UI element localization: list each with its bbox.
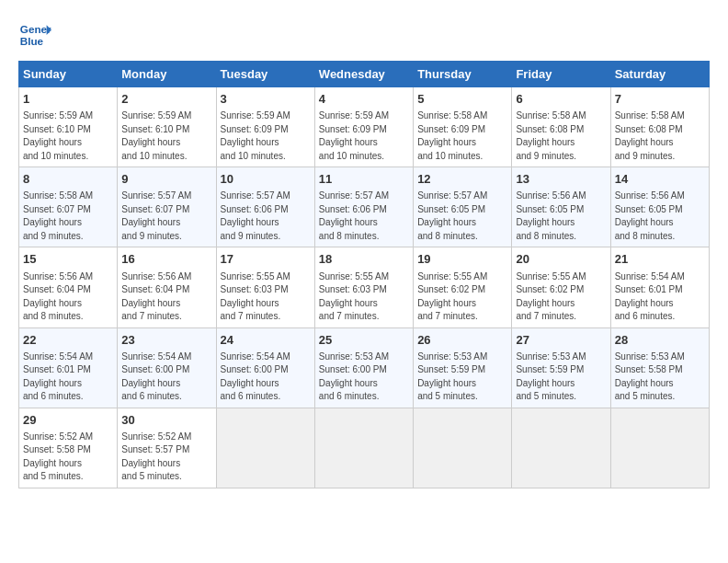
logo-icon: General Blue	[18, 18, 51, 52]
weekday-header-monday: Monday	[118, 62, 216, 87]
day-info: Sunrise: 5:58 AM Sunset: 6:08 PM Dayligh…	[615, 109, 705, 163]
day-number: 16	[121, 251, 211, 268]
day-number: 3	[221, 91, 311, 108]
day-info: Sunrise: 5:54 AM Sunset: 6:00 PM Dayligh…	[221, 350, 311, 404]
calendar-cell	[314, 408, 413, 488]
day-number: 8	[23, 171, 113, 188]
day-info: Sunrise: 5:53 AM Sunset: 5:58 PM Dayligh…	[615, 350, 705, 404]
calendar-cell: 30 Sunrise: 5:52 AM Sunset: 5:57 PM Dayl…	[118, 408, 216, 488]
logo: General Blue	[18, 18, 55, 52]
calendar-cell	[216, 408, 314, 488]
day-info: Sunrise: 5:56 AM Sunset: 6:04 PM Dayligh…	[23, 270, 113, 324]
day-number: 13	[516, 171, 606, 188]
calendar-cell: 24 Sunrise: 5:54 AM Sunset: 6:00 PM Dayl…	[216, 327, 314, 408]
day-info: Sunrise: 5:55 AM Sunset: 6:03 PM Dayligh…	[319, 270, 409, 324]
calendar-cell: 25 Sunrise: 5:53 AM Sunset: 6:00 PM Dayl…	[314, 327, 413, 408]
day-info: Sunrise: 5:59 AM Sunset: 6:10 PM Dayligh…	[23, 109, 113, 163]
day-number: 4	[319, 91, 409, 108]
calendar-cell: 5 Sunrise: 5:58 AM Sunset: 6:09 PM Dayli…	[414, 87, 512, 167]
calendar-cell: 15 Sunrise: 5:56 AM Sunset: 6:04 PM Dayl…	[19, 247, 118, 327]
day-info: Sunrise: 5:56 AM Sunset: 6:05 PM Dayligh…	[615, 190, 705, 243]
day-info: Sunrise: 5:52 AM Sunset: 5:57 PM Dayligh…	[121, 431, 211, 484]
day-info: Sunrise: 5:57 AM Sunset: 6:07 PM Dayligh…	[121, 190, 211, 243]
calendar-cell: 9 Sunrise: 5:57 AM Sunset: 6:07 PM Dayli…	[118, 167, 216, 247]
calendar-cell: 12 Sunrise: 5:57 AM Sunset: 6:05 PM Dayl…	[414, 167, 512, 247]
weekday-header-thursday: Thursday	[414, 62, 512, 87]
weekday-header-saturday: Saturday	[610, 62, 709, 87]
day-number: 26	[417, 332, 507, 349]
calendar-cell: 8 Sunrise: 5:58 AM Sunset: 6:07 PM Dayli…	[19, 167, 118, 247]
day-number: 23	[121, 332, 211, 349]
calendar-cell: 13 Sunrise: 5:56 AM Sunset: 6:05 PM Dayl…	[512, 167, 610, 247]
calendar-cell: 4 Sunrise: 5:59 AM Sunset: 6:09 PM Dayli…	[314, 87, 413, 167]
day-info: Sunrise: 5:57 AM Sunset: 6:06 PM Dayligh…	[319, 190, 409, 243]
weekday-header-tuesday: Tuesday	[216, 62, 314, 87]
day-number: 2	[121, 91, 211, 108]
day-info: Sunrise: 5:58 AM Sunset: 6:07 PM Dayligh…	[23, 190, 113, 243]
day-info: Sunrise: 5:59 AM Sunset: 6:09 PM Dayligh…	[221, 109, 311, 163]
day-number: 7	[615, 91, 705, 108]
calendar-cell: 28 Sunrise: 5:53 AM Sunset: 5:58 PM Dayl…	[610, 327, 709, 408]
day-number: 12	[417, 171, 507, 188]
day-info: Sunrise: 5:59 AM Sunset: 6:09 PM Dayligh…	[319, 109, 409, 163]
calendar-cell: 16 Sunrise: 5:56 AM Sunset: 6:04 PM Dayl…	[118, 247, 216, 327]
day-info: Sunrise: 5:53 AM Sunset: 5:59 PM Dayligh…	[516, 350, 606, 404]
day-info: Sunrise: 5:52 AM Sunset: 5:58 PM Dayligh…	[23, 431, 113, 484]
calendar-cell: 29 Sunrise: 5:52 AM Sunset: 5:58 PM Dayl…	[19, 408, 118, 488]
calendar-table: SundayMondayTuesdayWednesdayThursdayFrid…	[18, 61, 710, 488]
day-info: Sunrise: 5:58 AM Sunset: 6:08 PM Dayligh…	[516, 109, 606, 163]
day-number: 29	[23, 412, 113, 429]
day-info: Sunrise: 5:54 AM Sunset: 6:01 PM Dayligh…	[615, 270, 705, 324]
calendar-cell: 7 Sunrise: 5:58 AM Sunset: 6:08 PM Dayli…	[610, 87, 709, 167]
calendar-cell: 2 Sunrise: 5:59 AM Sunset: 6:10 PM Dayli…	[118, 87, 216, 167]
day-info: Sunrise: 5:59 AM Sunset: 6:10 PM Dayligh…	[121, 109, 211, 163]
calendar-cell: 27 Sunrise: 5:53 AM Sunset: 5:59 PM Dayl…	[512, 327, 610, 408]
calendar-cell	[610, 408, 709, 488]
calendar-cell: 11 Sunrise: 5:57 AM Sunset: 6:06 PM Dayl…	[314, 167, 413, 247]
day-info: Sunrise: 5:56 AM Sunset: 6:05 PM Dayligh…	[516, 190, 606, 243]
day-number: 30	[121, 412, 211, 429]
calendar-cell: 14 Sunrise: 5:56 AM Sunset: 6:05 PM Dayl…	[610, 167, 709, 247]
calendar-cell: 21 Sunrise: 5:54 AM Sunset: 6:01 PM Dayl…	[610, 247, 709, 327]
calendar-cell: 17 Sunrise: 5:55 AM Sunset: 6:03 PM Dayl…	[216, 247, 314, 327]
day-number: 18	[319, 251, 409, 268]
day-number: 1	[23, 91, 113, 108]
calendar-cell: 10 Sunrise: 5:57 AM Sunset: 6:06 PM Dayl…	[216, 167, 314, 247]
day-number: 11	[319, 171, 409, 188]
weekday-header-friday: Friday	[512, 62, 610, 87]
day-number: 15	[23, 251, 113, 268]
day-info: Sunrise: 5:53 AM Sunset: 6:00 PM Dayligh…	[319, 350, 409, 404]
day-number: 28	[615, 332, 705, 349]
day-number: 10	[221, 171, 311, 188]
calendar-cell: 22 Sunrise: 5:54 AM Sunset: 6:01 PM Dayl…	[19, 327, 118, 408]
day-info: Sunrise: 5:58 AM Sunset: 6:09 PM Dayligh…	[417, 109, 507, 163]
calendar-cell	[512, 408, 610, 488]
day-info: Sunrise: 5:57 AM Sunset: 6:05 PM Dayligh…	[417, 190, 507, 243]
calendar-cell	[414, 408, 512, 488]
day-number: 24	[221, 332, 311, 349]
day-number: 14	[615, 171, 705, 188]
day-number: 20	[516, 251, 606, 268]
calendar-cell: 18 Sunrise: 5:55 AM Sunset: 6:03 PM Dayl…	[314, 247, 413, 327]
day-number: 5	[417, 91, 507, 108]
weekday-header-wednesday: Wednesday	[314, 62, 413, 87]
day-number: 25	[319, 332, 409, 349]
day-info: Sunrise: 5:55 AM Sunset: 6:02 PM Dayligh…	[417, 270, 507, 324]
calendar-cell: 26 Sunrise: 5:53 AM Sunset: 5:59 PM Dayl…	[414, 327, 512, 408]
day-info: Sunrise: 5:55 AM Sunset: 6:02 PM Dayligh…	[516, 270, 606, 324]
weekday-header-sunday: Sunday	[19, 62, 118, 87]
day-info: Sunrise: 5:55 AM Sunset: 6:03 PM Dayligh…	[221, 270, 311, 324]
day-number: 22	[23, 332, 113, 349]
calendar-cell: 6 Sunrise: 5:58 AM Sunset: 6:08 PM Dayli…	[512, 87, 610, 167]
day-number: 6	[516, 91, 606, 108]
day-info: Sunrise: 5:57 AM Sunset: 6:06 PM Dayligh…	[221, 190, 311, 243]
svg-text:Blue: Blue	[20, 35, 44, 47]
day-info: Sunrise: 5:56 AM Sunset: 6:04 PM Dayligh…	[121, 270, 211, 324]
day-number: 17	[221, 251, 311, 268]
calendar-cell: 19 Sunrise: 5:55 AM Sunset: 6:02 PM Dayl…	[414, 247, 512, 327]
day-info: Sunrise: 5:54 AM Sunset: 6:01 PM Dayligh…	[23, 350, 113, 404]
day-number: 9	[121, 171, 211, 188]
day-number: 21	[615, 251, 705, 268]
calendar-cell: 23 Sunrise: 5:54 AM Sunset: 6:00 PM Dayl…	[118, 327, 216, 408]
day-info: Sunrise: 5:54 AM Sunset: 6:00 PM Dayligh…	[121, 350, 211, 404]
